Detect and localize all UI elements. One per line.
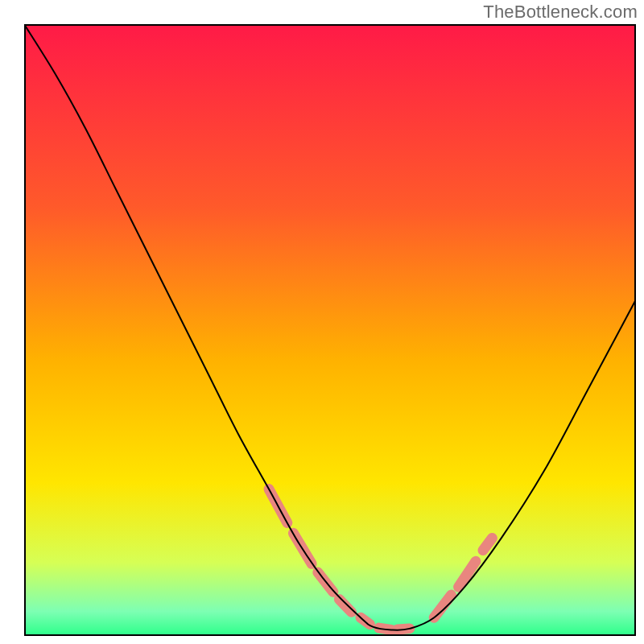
watermark-text: TheBottleneck.com — [483, 2, 638, 23]
plot-area — [24, 24, 636, 636]
gradient-background — [24, 24, 636, 636]
bottleneck-chart — [24, 24, 636, 636]
chart-frame: TheBottleneck.com — [0, 0, 644, 644]
highlight-dash — [483, 538, 492, 550]
